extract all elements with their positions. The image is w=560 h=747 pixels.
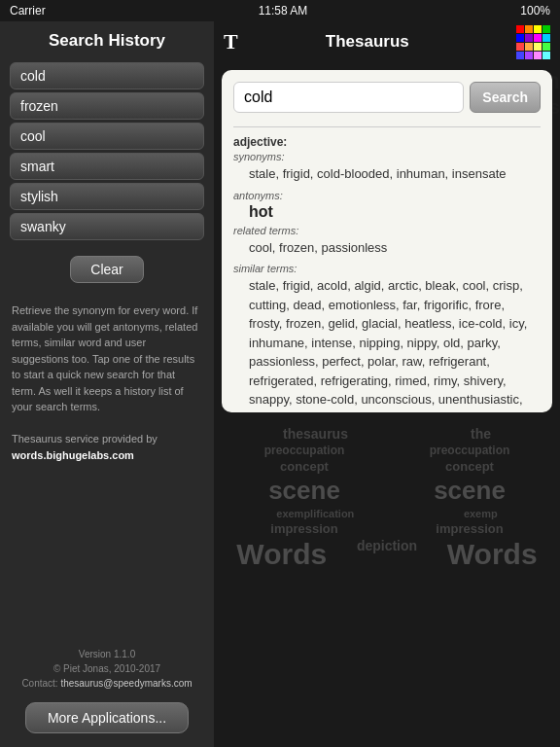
adj-antonyms-label: antonyms: — [233, 190, 541, 201]
color-cell[interactable] — [542, 34, 550, 42]
adj-antonyms-content[interactable]: hot — [233, 203, 541, 221]
history-item-stylish[interactable]: stylish — [10, 183, 204, 210]
battery-label: 100% — [520, 4, 550, 18]
history-item-frozen[interactable]: frozen — [10, 92, 204, 120]
divider-top — [233, 126, 541, 127]
history-item-cool[interactable]: cool — [10, 123, 204, 150]
adj-related-content[interactable]: cool, frozen, passionless — [233, 238, 541, 258]
color-cell[interactable] — [534, 52, 542, 59]
color-cell[interactable] — [525, 34, 533, 42]
history-item-swanky[interactable]: swanky — [10, 213, 204, 240]
color-cell[interactable] — [525, 52, 533, 59]
adj-synonyms-content[interactable]: stale, frigid, cold-blooded, inhuman, in… — [233, 164, 541, 184]
color-cell[interactable] — [516, 43, 524, 51]
wm-exemplification: exemplification — [276, 508, 354, 519]
status-bar: Carrier 11:58 AM 100% — [0, 0, 560, 21]
thesaurus-title: Thesaurus — [248, 32, 487, 52]
color-cell[interactable] — [516, 52, 524, 59]
color-cell[interactable] — [534, 25, 542, 33]
adj-synonyms-label: synonyms: — [233, 151, 541, 162]
carrier-label: Carrier — [10, 4, 46, 18]
adj-similar-label: similar terms: — [233, 263, 541, 274]
bottom-watermarks: thesaurus the preoccupation preoccupatio… — [214, 420, 560, 747]
wm-scene1: scene — [268, 476, 340, 506]
adj-related-label: related terms: — [233, 225, 541, 236]
wm-preoccupation1: preoccupation — [264, 444, 345, 457]
color-grid[interactable] — [516, 25, 550, 59]
wm-concept1: concept — [280, 459, 329, 474]
color-cell[interactable] — [525, 43, 533, 51]
clear-button[interactable]: Clear — [70, 256, 143, 283]
wm-depiction: depiction — [357, 538, 417, 571]
adj-similar-content[interactable]: stale, frigid, acold, algid, arctic, ble… — [233, 276, 541, 412]
history-item-smart[interactable]: smart — [10, 153, 204, 180]
color-cell[interactable] — [542, 25, 550, 33]
wm-the: the — [471, 426, 491, 442]
history-list: cold frozen cool smart stylish swanky — [0, 58, 214, 244]
color-cell[interactable] — [542, 43, 550, 51]
version-info: Version 1.1.0 © Piet Jonas, 2010-2017 Co… — [0, 643, 214, 694]
adjective-label: adjective: — [233, 135, 541, 149]
main-layout: Search History cold frozen cool smart st… — [0, 21, 560, 747]
color-cell[interactable] — [542, 52, 550, 59]
contact-email: thesaurus@speedymarks.com — [60, 678, 192, 689]
description-text: Retrieve the synonym for every word. If … — [0, 295, 214, 643]
version-line3: Contact: thesaurus@speedymarks.com — [8, 676, 206, 691]
wm-exemp: exemp — [464, 508, 498, 519]
color-cell[interactable] — [525, 25, 533, 33]
time-label: 11:58 AM — [259, 4, 308, 18]
color-cell[interactable] — [516, 34, 524, 42]
wm-words2: Words — [447, 538, 538, 571]
thesaurus-link[interactable]: words.bighugelabs.com — [12, 449, 134, 461]
version-line1: Version 1.1.0 — [8, 647, 206, 661]
color-cell[interactable] — [534, 43, 542, 51]
wm-concept2: concept — [445, 459, 494, 474]
wm-words1: Words — [236, 538, 327, 571]
wm-preoccupation2: preoccupation — [430, 444, 510, 457]
thesaurus-header: T Thesaurus — [214, 21, 560, 62]
wm-impression: impression — [270, 521, 337, 536]
search-row: Search — [233, 82, 541, 113]
thesaurus-panel: T Thesaurus impression Impression thes W… — [214, 21, 560, 747]
t-icon: T — [224, 29, 238, 54]
history-item-cold[interactable]: cold — [10, 62, 204, 89]
color-cell[interactable] — [534, 34, 542, 42]
search-input[interactable] — [233, 82, 464, 113]
search-history-title: Search History — [0, 21, 214, 58]
thesaurus-content-card: Search adjective: synonyms: stale, frigi… — [222, 70, 552, 412]
more-apps-button[interactable]: More Applications... — [25, 702, 189, 733]
color-cell[interactable] — [516, 25, 524, 33]
search-history-panel: Search History cold frozen cool smart st… — [0, 21, 214, 747]
wm-thesaurus: thesaurus — [283, 426, 348, 442]
version-line2: © Piet Jonas, 2010-2017 — [8, 661, 206, 676]
wm-impression2: impression — [436, 521, 503, 536]
wm-scene2: scene — [434, 476, 506, 506]
search-button[interactable]: Search — [470, 82, 541, 113]
